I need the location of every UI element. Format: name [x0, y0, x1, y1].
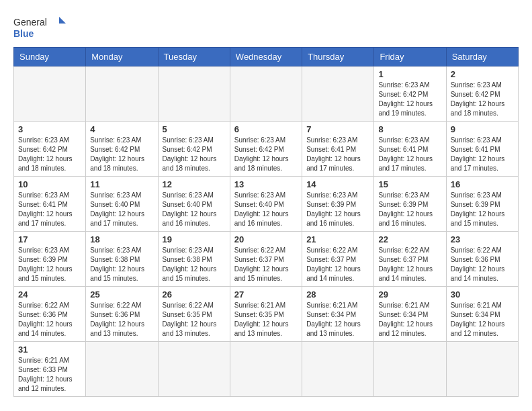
calendar-day-cell [446, 342, 518, 397]
day-number: 20 [234, 234, 298, 244]
day-number: 15 [378, 179, 441, 189]
day-info: Sunrise: 6:21 AM Sunset: 6:35 PM Dayligh… [234, 301, 298, 338]
day-info: Sunrise: 6:23 AM Sunset: 6:40 PM Dayligh… [163, 191, 226, 228]
calendar-day-cell: 28Sunrise: 6:21 AM Sunset: 6:34 PM Dayli… [302, 287, 374, 342]
day-info: Sunrise: 6:21 AM Sunset: 6:34 PM Dayligh… [378, 301, 441, 338]
day-info: Sunrise: 6:23 AM Sunset: 6:41 PM Dayligh… [451, 136, 514, 173]
day-number: 26 [163, 289, 226, 300]
weekday-header-friday: Friday [374, 48, 446, 66]
weekday-header-sunday: Sunday [14, 48, 86, 66]
day-info: Sunrise: 6:23 AM Sunset: 6:42 PM Dayligh… [378, 81, 441, 118]
calendar-day-cell: 26Sunrise: 6:22 AM Sunset: 6:35 PM Dayli… [158, 287, 230, 342]
calendar-day-cell [374, 342, 446, 397]
day-info: Sunrise: 6:23 AM Sunset: 6:41 PM Dayligh… [306, 136, 369, 173]
weekday-header-wednesday: Wednesday [230, 48, 302, 66]
day-info: Sunrise: 6:22 AM Sunset: 6:35 PM Dayligh… [163, 301, 226, 338]
day-info: Sunrise: 6:21 AM Sunset: 6:33 PM Dayligh… [18, 356, 81, 394]
day-info: Sunrise: 6:23 AM Sunset: 6:39 PM Dayligh… [451, 191, 514, 228]
logo: General Blue [13, 13, 67, 40]
calendar-day-cell: 10Sunrise: 6:23 AM Sunset: 6:41 PM Dayli… [14, 177, 86, 232]
calendar-day-cell [86, 66, 158, 122]
day-number: 9 [451, 124, 514, 134]
calendar-day-cell: 5Sunrise: 6:23 AM Sunset: 6:42 PM Daylig… [158, 122, 230, 177]
generalblue-logo-icon: General Blue [13, 13, 67, 40]
day-number: 25 [90, 289, 153, 300]
day-info: Sunrise: 6:23 AM Sunset: 6:42 PM Dayligh… [18, 136, 81, 173]
weekday-header-tuesday: Tuesday [158, 48, 230, 66]
svg-text:Blue: Blue [13, 28, 34, 39]
day-info: Sunrise: 6:23 AM Sunset: 6:40 PM Dayligh… [90, 191, 153, 228]
calendar-table: SundayMondayTuesdayWednesdayThursdayFrid… [13, 47, 519, 397]
day-number: 8 [378, 124, 441, 134]
calendar-day-cell: 16Sunrise: 6:23 AM Sunset: 6:39 PM Dayli… [446, 177, 518, 232]
day-info: Sunrise: 6:22 AM Sunset: 6:36 PM Dayligh… [451, 246, 514, 283]
calendar-day-cell [158, 66, 230, 122]
day-info: Sunrise: 6:23 AM Sunset: 6:42 PM Dayligh… [234, 136, 298, 173]
calendar-week-row: 3Sunrise: 6:23 AM Sunset: 6:42 PM Daylig… [14, 122, 519, 177]
day-number: 11 [90, 179, 153, 189]
day-info: Sunrise: 6:23 AM Sunset: 6:42 PM Dayligh… [90, 136, 153, 173]
calendar-day-cell: 2Sunrise: 6:23 AM Sunset: 6:42 PM Daylig… [446, 66, 518, 122]
day-number: 6 [234, 124, 298, 134]
day-number: 12 [163, 179, 226, 189]
day-info: Sunrise: 6:23 AM Sunset: 6:41 PM Dayligh… [378, 136, 441, 173]
day-number: 10 [18, 179, 81, 189]
day-number: 22 [378, 234, 441, 244]
calendar-day-cell [86, 342, 158, 397]
calendar-day-cell: 6Sunrise: 6:23 AM Sunset: 6:42 PM Daylig… [230, 122, 302, 177]
day-number: 27 [234, 289, 298, 300]
day-info: Sunrise: 6:22 AM Sunset: 6:37 PM Dayligh… [306, 246, 369, 283]
day-number: 28 [306, 289, 369, 300]
calendar-day-cell: 19Sunrise: 6:23 AM Sunset: 6:38 PM Dayli… [158, 232, 230, 287]
calendar-day-cell: 1Sunrise: 6:23 AM Sunset: 6:42 PM Daylig… [374, 66, 446, 122]
day-info: Sunrise: 6:21 AM Sunset: 6:34 PM Dayligh… [451, 301, 514, 338]
calendar-week-row: 1Sunrise: 6:23 AM Sunset: 6:42 PM Daylig… [14, 66, 519, 122]
day-number: 13 [234, 179, 298, 189]
day-number: 24 [18, 289, 81, 300]
calendar-day-cell [302, 342, 374, 397]
calendar-day-cell: 14Sunrise: 6:23 AM Sunset: 6:39 PM Dayli… [302, 177, 374, 232]
day-info: Sunrise: 6:23 AM Sunset: 6:39 PM Dayligh… [306, 191, 369, 228]
day-info: Sunrise: 6:22 AM Sunset: 6:36 PM Dayligh… [18, 301, 81, 338]
weekday-header-saturday: Saturday [446, 48, 518, 66]
calendar-day-cell: 22Sunrise: 6:22 AM Sunset: 6:37 PM Dayli… [374, 232, 446, 287]
calendar-day-cell: 31Sunrise: 6:21 AM Sunset: 6:33 PM Dayli… [14, 342, 86, 397]
day-info: Sunrise: 6:23 AM Sunset: 6:38 PM Dayligh… [163, 246, 226, 283]
day-number: 16 [451, 179, 514, 189]
day-info: Sunrise: 6:23 AM Sunset: 6:40 PM Dayligh… [234, 191, 298, 228]
calendar-day-cell: 4Sunrise: 6:23 AM Sunset: 6:42 PM Daylig… [86, 122, 158, 177]
calendar-day-cell [302, 66, 374, 122]
day-info: Sunrise: 6:23 AM Sunset: 6:38 PM Dayligh… [90, 246, 153, 283]
weekday-header-thursday: Thursday [302, 48, 374, 66]
day-info: Sunrise: 6:23 AM Sunset: 6:39 PM Dayligh… [18, 246, 81, 283]
day-info: Sunrise: 6:22 AM Sunset: 6:36 PM Dayligh… [90, 301, 153, 338]
day-info: Sunrise: 6:23 AM Sunset: 6:42 PM Dayligh… [451, 81, 514, 118]
calendar-week-row: 10Sunrise: 6:23 AM Sunset: 6:41 PM Dayli… [14, 177, 519, 232]
calendar-day-cell [14, 66, 86, 122]
calendar-day-cell: 25Sunrise: 6:22 AM Sunset: 6:36 PM Dayli… [86, 287, 158, 342]
calendar-day-cell [230, 66, 302, 122]
day-number: 5 [163, 124, 226, 134]
day-number: 2 [451, 69, 514, 79]
calendar-week-row: 24Sunrise: 6:22 AM Sunset: 6:36 PM Dayli… [14, 287, 519, 342]
calendar-day-cell: 8Sunrise: 6:23 AM Sunset: 6:41 PM Daylig… [374, 122, 446, 177]
calendar-day-cell [158, 342, 230, 397]
calendar-day-cell: 17Sunrise: 6:23 AM Sunset: 6:39 PM Dayli… [14, 232, 86, 287]
calendar-day-cell: 20Sunrise: 6:22 AM Sunset: 6:37 PM Dayli… [230, 232, 302, 287]
day-number: 19 [163, 234, 226, 244]
weekday-header-row: SundayMondayTuesdayWednesdayThursdayFrid… [14, 48, 519, 66]
calendar-day-cell: 9Sunrise: 6:23 AM Sunset: 6:41 PM Daylig… [446, 122, 518, 177]
day-number: 3 [18, 124, 81, 134]
calendar-day-cell: 27Sunrise: 6:21 AM Sunset: 6:35 PM Dayli… [230, 287, 302, 342]
day-number: 18 [90, 234, 153, 244]
day-info: Sunrise: 6:22 AM Sunset: 6:37 PM Dayligh… [234, 246, 298, 283]
day-number: 30 [451, 289, 514, 300]
svg-text:General: General [13, 17, 47, 28]
calendar-day-cell: 29Sunrise: 6:21 AM Sunset: 6:34 PM Dayli… [374, 287, 446, 342]
calendar-day-cell: 13Sunrise: 6:23 AM Sunset: 6:40 PM Dayli… [230, 177, 302, 232]
day-number: 21 [306, 234, 369, 244]
calendar-day-cell: 23Sunrise: 6:22 AM Sunset: 6:36 PM Dayli… [446, 232, 518, 287]
calendar-day-cell: 24Sunrise: 6:22 AM Sunset: 6:36 PM Dayli… [14, 287, 86, 342]
day-number: 31 [18, 345, 81, 355]
day-info: Sunrise: 6:22 AM Sunset: 6:37 PM Dayligh… [378, 246, 441, 283]
